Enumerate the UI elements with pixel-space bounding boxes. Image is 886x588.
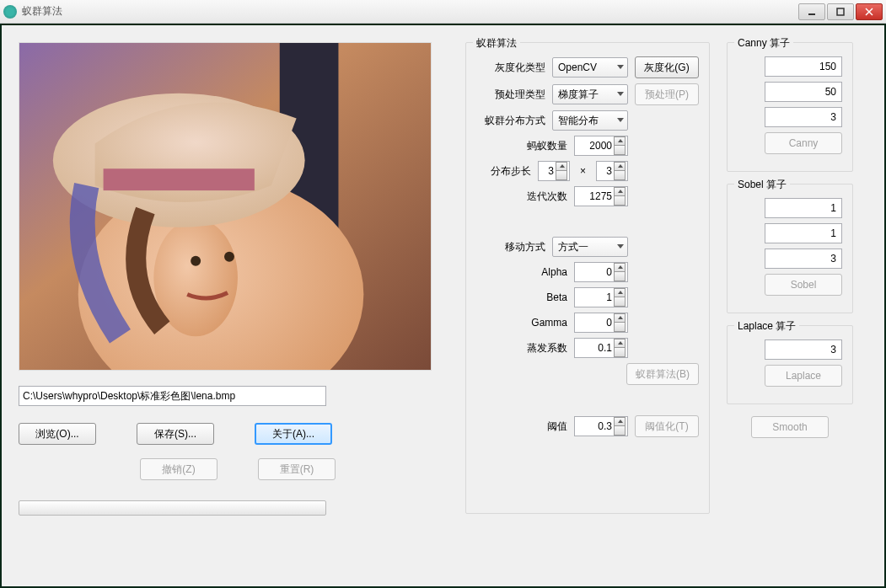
preprocess-button[interactable]: 预处理(P): [635, 83, 699, 105]
canny-button[interactable]: Canny: [765, 132, 842, 154]
gamma-spin[interactable]: 0: [574, 313, 628, 333]
move-mode-combo[interactable]: 方式一: [552, 237, 628, 257]
maximize-button[interactable]: [827, 3, 854, 20]
gamma-label: Gamma: [531, 317, 567, 329]
canny-p3-input[interactable]: 3: [765, 107, 842, 127]
move-mode-label: 移动方式: [505, 240, 545, 254]
sobel-button[interactable]: Sobel: [765, 274, 842, 296]
dist-mode-label: 蚁群分布方式: [485, 114, 545, 128]
canny-group: Canny 算子 150 50 3 Canny: [727, 42, 853, 172]
svg-point-10: [191, 256, 201, 266]
sobel-p3-input[interactable]: 3: [765, 249, 842, 269]
canny-p2-input[interactable]: 50: [765, 82, 842, 102]
thresh-label: 阈值: [547, 420, 567, 434]
aco-legend: 蚁群算法: [473, 36, 520, 51]
thresh-spin[interactable]: 0.3: [574, 416, 628, 436]
step-y-spin[interactable]: 3: [596, 161, 628, 181]
sobel-legend: Sobel 算子: [734, 178, 790, 192]
sobel-group: Sobel 算子 1 1 3 Sobel: [727, 184, 853, 313]
threshold-button[interactable]: 阈值化(T): [635, 415, 699, 437]
svg-rect-1: [837, 8, 844, 15]
ant-count-label: 蚂蚁数量: [527, 139, 567, 153]
beta-label: Beta: [546, 291, 567, 303]
laplace-p1-input[interactable]: 3: [765, 339, 842, 360]
laplace-group: Laplace 算子 3 Laplace: [727, 325, 853, 404]
evap-spin[interactable]: 0.1: [574, 338, 628, 358]
laplace-button[interactable]: Laplace: [765, 365, 842, 387]
canny-legend: Canny 算子: [734, 36, 793, 51]
reset-button[interactable]: 重置(R): [258, 458, 336, 480]
sobel-p1-input[interactable]: 1: [765, 198, 842, 218]
aco-run-button[interactable]: 蚁群算法(B): [626, 363, 699, 385]
preproc-type-combo[interactable]: 梯度算子: [552, 84, 628, 104]
gray-type-combo[interactable]: OpenCV: [552, 57, 628, 78]
evap-label: 蒸发系数: [527, 341, 567, 355]
iter-label: 迭代次数: [527, 190, 567, 204]
titlebar: 蚁群算法: [0, 0, 886, 24]
iter-spin[interactable]: 1275: [574, 186, 628, 206]
alpha-spin[interactable]: 0: [574, 262, 628, 282]
about-button[interactable]: 关于(A)...: [255, 423, 332, 445]
svg-point-11: [224, 252, 234, 262]
svg-rect-9: [104, 168, 255, 190]
preproc-type-label: 预处理类型: [495, 88, 545, 102]
step-label: 分布步长: [491, 164, 531, 179]
aco-group: 蚁群算法 灰度化类型 OpenCV 灰度化(G) 预处理类型 梯度算子 预处理(…: [465, 42, 710, 514]
browse-button[interactable]: 浏览(O)...: [19, 423, 96, 445]
gray-type-label: 灰度化类型: [495, 61, 545, 75]
window-title: 蚁群算法: [22, 4, 797, 19]
save-button[interactable]: 保存(S)...: [137, 423, 214, 445]
minimize-button[interactable]: [798, 3, 825, 20]
dist-mode-combo[interactable]: 智能分布: [552, 110, 628, 131]
step-x-symbol: ×: [580, 165, 586, 177]
beta-spin[interactable]: 1: [574, 287, 628, 307]
undo-button[interactable]: 撤销(Z): [140, 458, 217, 480]
ant-count-spin[interactable]: 2000: [574, 136, 628, 156]
canny-p1-input[interactable]: 150: [765, 56, 842, 77]
close-button[interactable]: [856, 3, 883, 20]
laplace-legend: Laplace 算子: [734, 319, 799, 334]
smooth-button[interactable]: Smooth: [751, 416, 829, 438]
grayscale-button[interactable]: 灰度化(G): [635, 56, 699, 78]
step-x-spin[interactable]: 3: [538, 161, 570, 181]
app-icon: [3, 5, 17, 19]
progress-bar: [19, 500, 326, 516]
sobel-p2-input[interactable]: 1: [765, 223, 842, 243]
alpha-label: Alpha: [541, 266, 567, 278]
image-preview: [19, 42, 432, 371]
file-path-input[interactable]: [19, 386, 326, 406]
